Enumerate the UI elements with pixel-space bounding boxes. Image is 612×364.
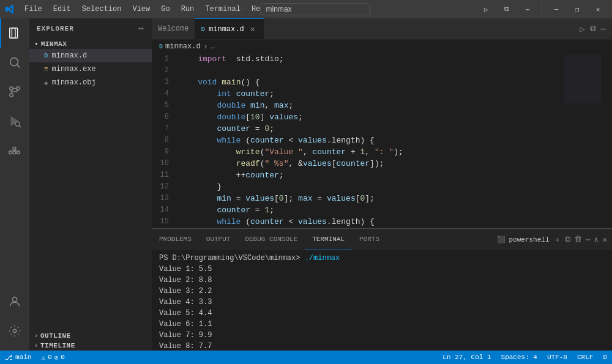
panel-more-icon[interactable]: ⋯ bbox=[586, 235, 591, 245]
status-position[interactable]: Ln 27, Col 1 bbox=[438, 351, 496, 364]
code-line-12: } bbox=[179, 181, 563, 193]
breadcrumb: D minmax.d › … bbox=[152, 40, 612, 53]
welcome-label: Welcome bbox=[158, 24, 188, 33]
run-debug-icon[interactable] bbox=[0, 106, 29, 136]
terminal-line-4: Value 4: 3.3 bbox=[159, 297, 605, 308]
settings-icon[interactable] bbox=[0, 316, 29, 346]
panel-tabs: PROBLEMS OUTPUT DEBUG CONSOLE TERMINAL P… bbox=[152, 229, 612, 250]
source-control-icon[interactable] bbox=[0, 77, 29, 106]
svg-line-3 bbox=[17, 65, 20, 68]
more-button[interactable]: ⋯ bbox=[518, 0, 537, 18]
search-input[interactable] bbox=[261, 3, 371, 15]
folder-label: MINMAX bbox=[41, 40, 67, 48]
main-container: Explorer ⋯ ▾ MINMAX D minmax.d ≡ minmax.… bbox=[0, 18, 612, 351]
terminal-line-2: Value 2: 8.8 bbox=[159, 275, 605, 286]
menu-go[interactable]: Go bbox=[156, 0, 174, 18]
menu-run[interactable]: Run bbox=[176, 0, 200, 18]
code-editor[interactable]: 1 2 3 4 5 6 7 8 9 10 11 12 13 14 15 16 1 bbox=[152, 53, 612, 228]
file-minmax-d[interactable]: D minmax.d bbox=[29, 49, 152, 62]
split-terminal-icon[interactable]: ⧉ bbox=[565, 235, 570, 244]
status-errors[interactable]: ⚠ 0 ⊘ 0 bbox=[36, 351, 69, 364]
explorer-header: Explorer ⋯ bbox=[29, 18, 152, 39]
explorer-actions: ⋯ bbox=[139, 23, 144, 34]
code-line-3: void main() { bbox=[179, 76, 563, 88]
status-language[interactable]: D bbox=[598, 351, 612, 364]
menu-edit[interactable]: Edit bbox=[48, 0, 76, 18]
panel: PROBLEMS OUTPUT DEBUG CONSOLE TERMINAL P… bbox=[152, 228, 612, 351]
file-obj-label: minmax.obj bbox=[52, 78, 96, 87]
tab-close-icon[interactable]: ✕ bbox=[248, 24, 258, 34]
menu-bar: File Edit Selection View Go Run Terminal… bbox=[20, 0, 274, 18]
tab-active-label: minmax.d bbox=[209, 25, 244, 34]
file-minmax-obj[interactable]: ◈ minmax.obj bbox=[29, 76, 152, 89]
spaces-label: Spaces: 4 bbox=[501, 354, 537, 361]
outline-section[interactable]: › OUTLINE bbox=[29, 331, 152, 341]
tab-problems[interactable]: PROBLEMS bbox=[152, 229, 199, 250]
breadcrumb-file[interactable]: minmax.d bbox=[165, 42, 201, 51]
code-line-4: int counter; bbox=[179, 88, 563, 100]
nav-fwd[interactable]: → bbox=[251, 4, 257, 15]
line-numbers: 1 2 3 4 5 6 7 8 9 10 11 12 13 14 15 16 1 bbox=[152, 53, 176, 228]
new-terminal-icon[interactable]: ＋ bbox=[553, 234, 561, 245]
terminal-line-3: Value 3: 2.2 bbox=[159, 286, 605, 297]
chevron-down-icon: ▾ bbox=[34, 40, 39, 48]
breadcrumb-symbol[interactable]: … bbox=[211, 42, 215, 51]
kill-terminal-icon[interactable]: 🗑 bbox=[574, 235, 582, 244]
run-button[interactable]: ▷ bbox=[477, 0, 495, 18]
account-icon[interactable] bbox=[0, 287, 29, 316]
breadcrumb-sep: › bbox=[203, 42, 208, 51]
menu-file[interactable]: File bbox=[20, 0, 47, 18]
file-exe-icon: ≡ bbox=[44, 65, 48, 73]
tab-ports[interactable]: PORTS bbox=[352, 229, 387, 250]
language-label: D bbox=[603, 354, 607, 361]
status-encoding[interactable]: UTF-8 bbox=[542, 351, 572, 364]
menu-selection[interactable]: Selection bbox=[77, 0, 127, 18]
file-minmax-exe[interactable]: ≡ minmax.exe bbox=[29, 62, 152, 76]
sidebar: Explorer ⋯ ▾ MINMAX D minmax.d ≡ minmax.… bbox=[29, 18, 152, 351]
code-line-14: counter = 1; bbox=[179, 204, 563, 216]
search-icon[interactable] bbox=[0, 48, 29, 77]
tab-welcome[interactable]: Welcome bbox=[152, 18, 195, 39]
status-left: ⎇ main ⚠ 0 ⊘ 0 bbox=[0, 351, 70, 364]
outline-label: OUTLINE bbox=[40, 332, 71, 340]
status-spaces[interactable]: Spaces: 4 bbox=[496, 351, 542, 364]
file-exe-label: minmax.exe bbox=[52, 65, 96, 73]
restore-button[interactable]: ❐ bbox=[568, 0, 586, 18]
split-editor-icon[interactable]: ⧉ bbox=[589, 23, 597, 35]
extensions-icon[interactable] bbox=[0, 136, 29, 165]
error-count: 0 bbox=[48, 354, 52, 361]
split-editor-button[interactable]: ⧉ bbox=[498, 0, 516, 18]
nav-back[interactable]: ← bbox=[241, 4, 247, 15]
more-tabs-icon[interactable]: ⋯ bbox=[600, 23, 607, 35]
code-line-5: double min, max; bbox=[179, 100, 563, 111]
tab-minmax-d[interactable]: D minmax.d ✕ bbox=[195, 18, 264, 39]
minimize-button[interactable]: — bbox=[547, 0, 565, 18]
svg-rect-9 bbox=[9, 151, 12, 154]
tab-output[interactable]: OUTPUT bbox=[199, 229, 238, 250]
svg-point-2 bbox=[10, 58, 18, 66]
svg-point-13 bbox=[12, 297, 17, 302]
status-right: Ln 27, Col 1 Spaces: 4 UTF-8 CRLF D bbox=[438, 351, 612, 364]
panel-chevron-up[interactable]: ∧ bbox=[594, 235, 599, 245]
status-eol[interactable]: CRLF bbox=[572, 351, 598, 364]
folder-minmax[interactable]: ▾ MINMAX bbox=[29, 39, 152, 49]
menu-view[interactable]: View bbox=[127, 0, 155, 18]
panel-close[interactable]: ✕ bbox=[602, 235, 607, 245]
timeline-section[interactable]: › TIMELINE bbox=[29, 341, 152, 351]
minimap bbox=[563, 53, 612, 228]
close-button[interactable]: ✕ bbox=[589, 0, 607, 18]
tab-debug-console[interactable]: DEBUG CONSOLE bbox=[237, 229, 305, 250]
powershell-icon: ⬛ bbox=[497, 236, 506, 243]
tabs-actions: ▷ ⧉ ⋯ bbox=[573, 18, 612, 39]
explorer-icon[interactable] bbox=[0, 18, 29, 48]
menu-terminal[interactable]: Terminal bbox=[200, 0, 245, 18]
terminal-content[interactable]: PS D:\Programming\VSCode\minmax> ./minma… bbox=[152, 250, 612, 351]
chevron-right-icon: › bbox=[34, 333, 38, 340]
explorer-more-icon[interactable]: ⋯ bbox=[139, 23, 144, 34]
status-branch[interactable]: ⎇ main bbox=[0, 351, 36, 364]
code-line-8: while (counter < values.length) { bbox=[179, 135, 563, 146]
tab-terminal[interactable]: TERMINAL bbox=[305, 229, 352, 250]
run-file-icon[interactable]: ▷ bbox=[578, 23, 586, 35]
terminal-line-8: Value 8: 7.7 bbox=[159, 341, 605, 351]
editor-area: Welcome D minmax.d ✕ ▷ ⧉ ⋯ D minmax.d › … bbox=[152, 18, 612, 351]
